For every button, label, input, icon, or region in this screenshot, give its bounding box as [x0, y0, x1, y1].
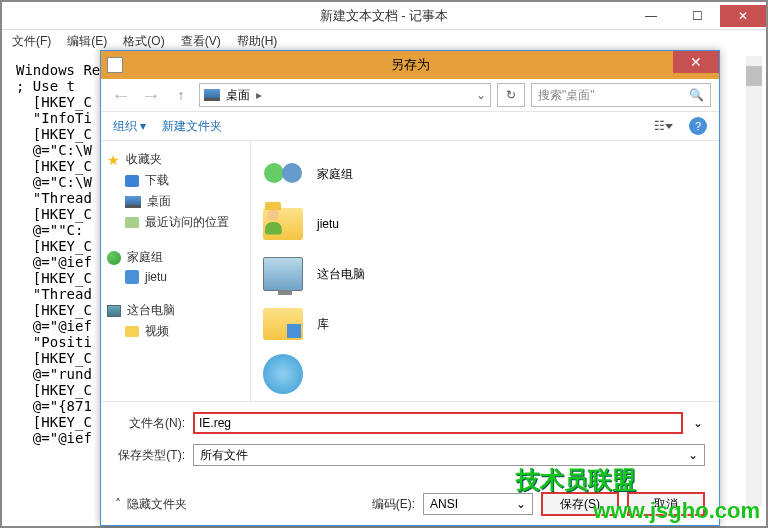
list-item[interactable]: jietu	[259, 199, 711, 249]
scrollbar-track[interactable]	[746, 56, 762, 506]
address-bar-row: ← → ↑ 桌面 ▸ ⌄ ↻ 搜索"桌面" 🔍	[101, 79, 719, 111]
toolbar: 组织 ▾ 新建文件夹 ☷ ?	[101, 111, 719, 141]
menu-edit[interactable]: 编辑(E)	[67, 33, 107, 50]
dialog-icon	[107, 57, 123, 73]
chevron-down-icon: ⌄	[688, 448, 698, 462]
nav-this-pc[interactable]: 这台电脑	[107, 300, 244, 321]
file-list[interactable]: 家庭组 jietu 这台电脑 库	[251, 141, 719, 401]
dialog-close-button[interactable]: ✕	[673, 51, 719, 73]
address-dropdown-icon[interactable]: ⌄	[476, 88, 486, 102]
chevron-up-icon: ˄	[115, 497, 121, 511]
notepad-title: 新建文本文档 - 记事本	[320, 7, 449, 25]
chevron-down-icon: ⌄	[516, 497, 526, 511]
nav-favorites[interactable]: ★收藏夹	[107, 149, 244, 170]
pc-icon	[263, 257, 303, 291]
view-options-button[interactable]: ☷	[653, 116, 673, 136]
filename-input[interactable]	[193, 412, 683, 434]
list-item[interactable]: 这台电脑	[259, 249, 711, 299]
dialog-titlebar: 另存为 ✕	[101, 51, 719, 79]
hide-folders-button[interactable]: ˄隐藏文件夹	[115, 496, 187, 513]
search-input[interactable]: 搜索"桌面" 🔍	[531, 83, 711, 107]
nav-recent[interactable]: 最近访问的位置	[107, 212, 244, 233]
desktop-icon	[204, 89, 220, 101]
homegroup-icon	[264, 155, 302, 193]
watermark-url: www.jsgho.com	[593, 498, 760, 524]
nav-homegroup[interactable]: 家庭组	[107, 247, 244, 268]
star-icon: ★	[107, 152, 120, 168]
encoding-label: 编码(E):	[372, 496, 415, 513]
organize-button[interactable]: 组织 ▾	[113, 118, 146, 135]
pc-icon	[107, 305, 121, 317]
address-bar[interactable]: 桌面 ▸ ⌄	[199, 83, 491, 107]
new-folder-button[interactable]: 新建文件夹	[162, 118, 222, 135]
refresh-button[interactable]: ↻	[497, 83, 525, 107]
maximize-button[interactable]: ☐	[674, 5, 720, 27]
nav-desktop[interactable]: 桌面	[107, 191, 244, 212]
dialog-title: 另存为	[391, 56, 430, 74]
navigation-pane: ★收藏夹 下载 桌面 最近访问的位置 家庭组 jietu 这台电脑 视频	[101, 141, 251, 401]
encoding-select[interactable]: ANSI⌄	[423, 493, 533, 515]
network-icon	[263, 354, 303, 394]
homegroup-icon	[107, 251, 121, 265]
desktop-icon	[125, 196, 141, 208]
nav-user-jietu[interactable]: jietu	[107, 268, 244, 286]
location-text: 桌面	[226, 87, 250, 104]
nav-videos[interactable]: 视频	[107, 321, 244, 342]
recent-icon	[125, 217, 139, 228]
user-icon	[125, 270, 139, 284]
notepad-titlebar: 新建文本文档 - 记事本 — ☐ ✕	[2, 2, 766, 30]
menu-help[interactable]: 帮助(H)	[237, 33, 278, 50]
chevron-right-icon[interactable]: ▸	[256, 88, 262, 102]
list-item[interactable]: 库	[259, 299, 711, 349]
watermark-logo: 技术员联盟	[516, 464, 636, 496]
save-as-dialog: 另存为 ✕ ← → ↑ 桌面 ▸ ⌄ ↻ 搜索"桌面" 🔍 组织 ▾ 新建文件夹	[100, 50, 720, 526]
search-icon: 🔍	[689, 88, 704, 102]
menu-view[interactable]: 查看(V)	[181, 33, 221, 50]
library-icon	[263, 308, 303, 340]
search-placeholder: 搜索"桌面"	[538, 87, 595, 104]
filename-dropdown-icon[interactable]: ⌄	[691, 416, 705, 430]
close-button[interactable]: ✕	[720, 5, 766, 27]
filetype-select[interactable]: 所有文件⌄	[193, 444, 705, 466]
filename-label: 文件名(N):	[115, 415, 185, 432]
menu-file[interactable]: 文件(F)	[12, 33, 51, 50]
scrollbar-thumb[interactable]	[746, 66, 762, 86]
minimize-button[interactable]: —	[628, 5, 674, 27]
nav-back-button[interactable]: ←	[109, 83, 133, 107]
nav-downloads[interactable]: 下载	[107, 170, 244, 191]
folder-icon	[263, 208, 303, 240]
downloads-icon	[125, 175, 139, 187]
list-item[interactable]: 家庭组	[259, 149, 711, 199]
list-item[interactable]	[259, 349, 711, 399]
menu-format[interactable]: 格式(O)	[123, 33, 164, 50]
nav-forward-button[interactable]: →	[139, 83, 163, 107]
help-button[interactable]: ?	[689, 117, 707, 135]
nav-up-button[interactable]: ↑	[169, 83, 193, 107]
filetype-label: 保存类型(T):	[115, 447, 185, 464]
folder-icon	[125, 326, 139, 337]
notepad-menubar: 文件(F) 编辑(E) 格式(O) 查看(V) 帮助(H)	[2, 30, 766, 52]
